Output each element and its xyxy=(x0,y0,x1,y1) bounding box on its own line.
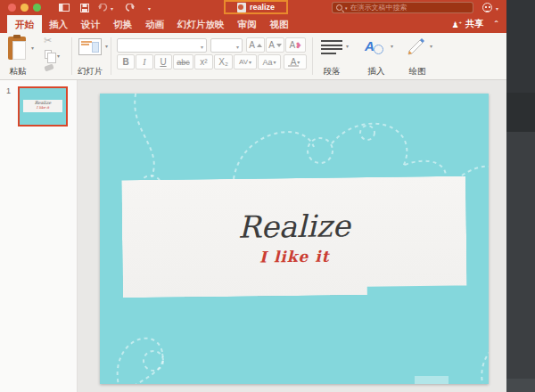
font-size-select[interactable]: ▾ xyxy=(210,38,243,53)
powerpoint-window: ▾ ▾ realize ▾ 在演示文稿中搜索 ▾ 开始 插入 设计 切换 动画 … xyxy=(0,0,506,392)
ribbon-toolbar: ▾ 粘贴 ✂ ▾ ▾ 幻灯片 ▾ ▾ A A A❥ B I U abc x² X… xyxy=(0,33,506,80)
tab-transitions[interactable]: 切换 xyxy=(113,15,132,33)
content-area: 1 Realize I like it xyxy=(0,80,506,392)
slide-subtitle[interactable]: I like it xyxy=(122,246,466,268)
format-painter-icon[interactable] xyxy=(44,63,54,71)
insert-wordart-icon[interactable]: A xyxy=(365,38,388,56)
tab-design[interactable]: 设计 xyxy=(81,15,100,33)
titlebar: ▾ ▾ realize ▾ 在演示文稿中搜索 ▾ xyxy=(0,0,506,15)
tab-slideshow[interactable]: 幻灯片放映 xyxy=(177,15,225,33)
slides-label[interactable]: 幻灯片 xyxy=(68,66,112,78)
save-icon[interactable] xyxy=(80,4,89,12)
redo-icon[interactable] xyxy=(125,4,135,12)
strikethrough-button[interactable]: abc xyxy=(173,54,193,69)
draw-dropdown-icon[interactable]: ▾ xyxy=(430,43,432,49)
search-dropdown-icon[interactable]: ▾ xyxy=(345,5,348,11)
font-color-bar-icon xyxy=(288,65,299,68)
slide-editor[interactable]: Realize I like it xyxy=(100,94,489,384)
ribbon-tab-bar: 开始 插入 设计 切换 动画 幻灯片放映 审阅 视图 ♟+ 共享 ⌃ xyxy=(0,15,506,33)
share-button[interactable]: ♟+ 共享 xyxy=(451,15,483,33)
toolbar-options-dropdown-icon[interactable]: ▾ xyxy=(148,5,151,12)
document-title-annotation: realize xyxy=(224,0,288,14)
paste-label[interactable]: 粘贴 xyxy=(1,66,35,78)
collapse-ribbon-icon[interactable]: ⌃ xyxy=(493,20,499,28)
tab-insert[interactable]: 插入 xyxy=(49,15,68,33)
undo-icon[interactable] xyxy=(98,4,108,12)
draw-pencil-icon[interactable] xyxy=(406,37,427,57)
grow-font-button[interactable]: A xyxy=(246,37,265,53)
minimize-button[interactable] xyxy=(21,4,29,12)
slide-number: 1 xyxy=(6,86,11,95)
slide-title[interactable]: Realize xyxy=(122,207,466,247)
slide-thumbnail-panel: 1 Realize I like it xyxy=(0,80,78,392)
cut-icon[interactable]: ✂ xyxy=(44,35,52,46)
draw-label[interactable]: 绘图 xyxy=(396,66,439,78)
tab-animations[interactable]: 动画 xyxy=(145,15,164,33)
slide-canvas: Realize I like it xyxy=(78,80,506,392)
font-name-select[interactable]: ▾ xyxy=(117,38,207,53)
search-input[interactable]: ▾ 在演示文稿中搜索 xyxy=(332,2,473,13)
copy-dropdown-icon[interactable]: ▾ xyxy=(57,53,60,59)
thumbnail-band: Realize I like it xyxy=(23,100,62,112)
undo-dropdown-icon[interactable]: ▾ xyxy=(111,5,113,12)
zoom-button[interactable] xyxy=(33,4,41,12)
close-button[interactable] xyxy=(8,4,16,12)
feedback-smiley-icon[interactable] xyxy=(482,3,492,12)
font-color-button[interactable]: A▾ xyxy=(284,54,307,69)
paste-dropdown-icon[interactable]: ▾ xyxy=(31,45,34,51)
search-icon xyxy=(336,4,342,11)
tab-home[interactable]: 开始 xyxy=(7,15,42,33)
powerpoint-icon xyxy=(237,3,246,12)
clear-format-swash-icon: ❥ xyxy=(295,41,302,50)
insert-label[interactable]: 插入 xyxy=(355,66,398,78)
new-slide-icon[interactable] xyxy=(78,38,102,55)
paste-icon[interactable] xyxy=(8,37,26,60)
smiley-dropdown-icon[interactable]: ▾ xyxy=(496,5,498,12)
new-slide-dropdown-icon[interactable]: ▾ xyxy=(105,43,108,49)
character-spacing-button[interactable]: AV▾ xyxy=(234,54,257,69)
copy-icon[interactable] xyxy=(45,50,52,59)
slide-thumbnail[interactable]: Realize I like it xyxy=(18,86,68,127)
share-person-icon: ♟+ xyxy=(451,20,462,29)
insert-dropdown-icon[interactable]: ▾ xyxy=(391,43,393,49)
sidebar-toggle-icon[interactable] xyxy=(59,4,70,12)
search-placeholder: 在演示文稿中搜索 xyxy=(350,3,407,12)
clear-formatting-button[interactable]: A❥ xyxy=(285,37,306,53)
change-case-button[interactable]: Aa▾ xyxy=(258,54,281,69)
document-title: realize xyxy=(250,3,275,12)
slide-corner-placeholder xyxy=(415,376,449,384)
superscript-button[interactable]: x² xyxy=(194,54,213,69)
paragraph-label[interactable]: 段落 xyxy=(310,66,353,78)
desktop-background xyxy=(506,0,535,392)
tab-view[interactable]: 视图 xyxy=(270,15,289,33)
underline-button[interactable]: U xyxy=(154,54,172,69)
shrink-font-button[interactable]: A xyxy=(266,37,284,53)
paragraph-icon[interactable] xyxy=(321,40,342,56)
title-paper-band[interactable]: Realize I like it xyxy=(121,176,467,298)
bold-button[interactable]: B xyxy=(117,54,135,69)
tab-review[interactable]: 审阅 xyxy=(238,15,257,33)
italic-button[interactable]: I xyxy=(136,54,153,69)
subscript-button[interactable]: X₂ xyxy=(214,54,233,69)
paragraph-dropdown-icon[interactable]: ▾ xyxy=(346,43,349,49)
